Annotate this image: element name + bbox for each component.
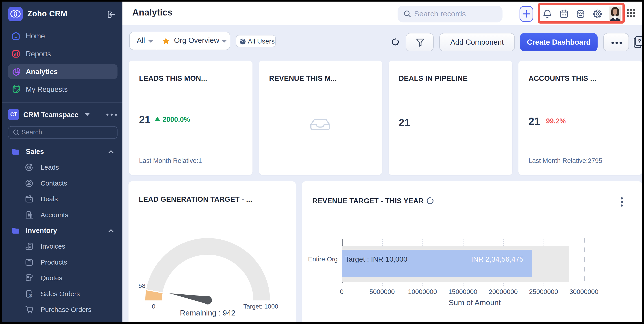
- svg-text:?: ?: [638, 38, 641, 45]
- svg-text:$: $: [29, 293, 32, 298]
